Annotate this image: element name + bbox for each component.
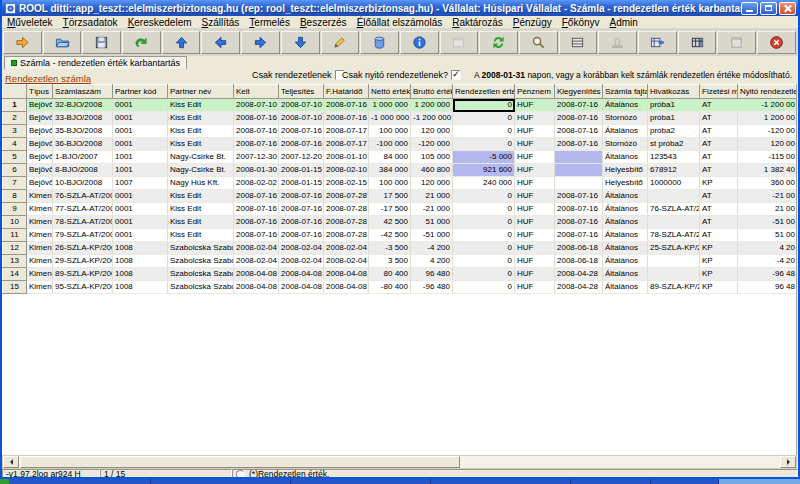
cell-kiegyenlites[interactable] [555,177,603,190]
cell-f-hatarido[interactable]: 2008-02-04 [324,242,369,255]
cell-f-hatarido[interactable]: 2008-07-17 [324,138,369,151]
cell-partner-kod[interactable]: 0001 [113,216,168,229]
cell-tipus[interactable]: Kimenő [27,229,53,242]
cell-brutto-ertek[interactable]: -1 200 000 [411,112,453,125]
cell-fizetesi-mod[interactable]: AT [700,125,738,138]
cell-netto-ertek[interactable]: 80 400 [369,268,411,281]
cell-brutto-ertek[interactable]: 96 480 [411,268,453,281]
cell-partner-kod[interactable]: 1008 [113,281,168,294]
col-fizetesi-mod[interactable]: Fizetési mód [700,85,738,99]
cell-kelt[interactable]: 2008-04-08 [234,281,279,294]
cell-partner-nev[interactable]: Nagy-Csirke Bt. [168,151,234,164]
cell-tipus[interactable]: Bejövő [27,177,53,190]
cell-teljesites[interactable]: 2007-12-20 [279,151,324,164]
scroll-left-button[interactable] [3,456,19,468]
search-button[interactable] [519,31,558,54]
cell-teljesites[interactable]: 2008-07-10 [279,99,324,112]
cell-kiegyenlites[interactable]: 2008-07-16 [555,138,603,151]
cell-nyito-rendezetlen[interactable]: 360 00 [738,177,798,190]
col-row-number[interactable] [3,85,27,99]
cell-szamlaszam[interactable]: 78-SZLA-AT/2008 [53,216,113,229]
cell-szamla-fajta[interactable]: Általános [603,268,648,281]
cell-f-hatarido[interactable]: 2008-02-10 [324,164,369,177]
cell-f-hatarido[interactable]: 2008-04-08 [324,268,369,281]
cell-partner-nev[interactable]: Kiss Edit [168,112,234,125]
row-number[interactable]: 1 [3,99,27,112]
cell-fizetesi-mod[interactable]: AT [700,112,738,125]
cell-kelt[interactable]: 2008-07-16 [234,112,279,125]
cell-teljesites[interactable]: 2008-07-16 [279,190,324,203]
cell-netto-ertek[interactable]: 1 000 000 [369,99,411,112]
row-number[interactable]: 6 [3,164,27,177]
cell-szamlaszam[interactable]: 8-BJO/2008 [53,164,113,177]
cell-tipus[interactable]: Kimenő [27,216,53,229]
cell-kelt[interactable]: 2007-12-30 [234,151,279,164]
cell-partner-nev[interactable]: Szabolcska Szabolcs [168,255,234,268]
cell-nyito-rendezetlen[interactable]: -51 00 [738,216,798,229]
cell-nyito-rendezetlen[interactable]: 1 200 00 [738,112,798,125]
cell-fizetesi-mod[interactable]: KP [700,177,738,190]
cell-penznem[interactable]: HUF [515,190,555,203]
cell-partner-nev[interactable]: Szabolcska Szabolcs [168,242,234,255]
col-kelt[interactable]: Kelt [234,85,279,99]
cell-nyito-rendezetlen[interactable]: 96 48 [738,281,798,294]
cell-kiegyenlites[interactable]: 2008-04-28 [555,281,603,294]
cell-szamlaszam[interactable]: 35-BJO/2008 [53,125,113,138]
cell-nyito-rendezetlen[interactable]: 51 00 [738,229,798,242]
cell-hivatkozas[interactable]: 78-SZLA-AT/2008 [648,229,700,242]
last-record-button[interactable] [281,31,320,54]
row-number[interactable]: 9 [3,203,27,216]
cell-hivatkozas[interactable]: st próba2 [648,138,700,151]
row-number[interactable]: 4 [3,138,27,151]
cell-netto-ertek[interactable]: -80 400 [369,281,411,294]
cell-hivatkozas[interactable]: 76-SZLA-AT/2008 [648,203,700,216]
cell-kelt[interactable]: 2008-01-30 [234,164,279,177]
cell-brutto-ertek[interactable]: -51 000 [411,229,453,242]
cell-kelt[interactable]: 2008-02-02 [234,177,279,190]
cell-partner-kod[interactable]: 0001 [113,125,168,138]
cell-szamla-fajta[interactable]: Helyesbítő [603,177,648,190]
cell-szamla-fajta[interactable]: Általános [603,242,648,255]
cell-szamla-fajta[interactable]: Helyesbítő [603,164,648,177]
cell-partner-nev[interactable]: Szabolcska Szabolcs [168,268,234,281]
cell-partner-nev[interactable]: Kiss Edit [168,138,234,151]
row-number[interactable]: 12 [3,242,27,255]
cell-nyito-rendezetlen[interactable]: 120 00 [738,138,798,151]
cell-hivatkozas[interactable]: próba2 [648,125,700,138]
cell-brutto-ertek[interactable]: 120 000 [411,177,453,190]
cell-penznem[interactable]: HUF [515,164,555,177]
cell-fizetesi-mod[interactable]: AT [700,99,738,112]
col-tipus[interactable]: Típus [27,85,53,99]
edit-button[interactable] [321,31,360,54]
cell-nyito-rendezetlen[interactable]: -1 200 00 [738,99,798,112]
cell-partner-kod[interactable]: 1001 [113,151,168,164]
cell-szamla-fajta[interactable]: Általános [603,151,648,164]
cell-penznem[interactable]: HUF [515,203,555,216]
row-number[interactable]: 13 [3,255,27,268]
cell-szamlaszam[interactable]: 95-SZLA-KP/2008 [53,281,113,294]
undo-button[interactable] [122,31,161,54]
cell-rendezetlen-ertek[interactable]: 921 600 [453,164,515,177]
cell-szamla-fajta[interactable]: Általános [603,125,648,138]
cell-netto-ertek[interactable]: 42 500 [369,216,411,229]
cell-tipus[interactable]: Bejövő [27,164,53,177]
next-record-button[interactable] [241,31,280,54]
cell-partner-kod[interactable]: 1008 [113,255,168,268]
cell-teljesites[interactable]: 2008-07-16 [279,125,324,138]
cell-nyito-rendezetlen[interactable]: 21 00 [738,203,798,216]
cell-szamla-fajta[interactable]: Általános [603,229,648,242]
cell-teljesites[interactable]: 2008-02-04 [279,255,324,268]
window-red-button[interactable] [717,31,756,54]
cell-kiegyenlites[interactable]: 2008-07-16 [555,216,603,229]
cell-brutto-ertek[interactable]: -21 000 [411,203,453,216]
first-record-button[interactable] [162,31,201,54]
menu-szallitas[interactable]: Szállítás [197,17,245,28]
menu-torzsadatok[interactable]: Törzsadatok [58,17,123,28]
col-nyito-rendezetlen[interactable]: Nyitó rendezetlen [738,85,798,99]
row-number[interactable]: 7 [3,177,27,190]
cell-netto-ertek[interactable]: -42 500 [369,229,411,242]
cell-f-hatarido[interactable]: 2008-04-08 [324,281,369,294]
cell-kiegyenlites[interactable]: 2008-07-16 [555,229,603,242]
row-number[interactable]: 11 [3,229,27,242]
cell-fizetesi-mod[interactable]: KP [700,242,738,255]
